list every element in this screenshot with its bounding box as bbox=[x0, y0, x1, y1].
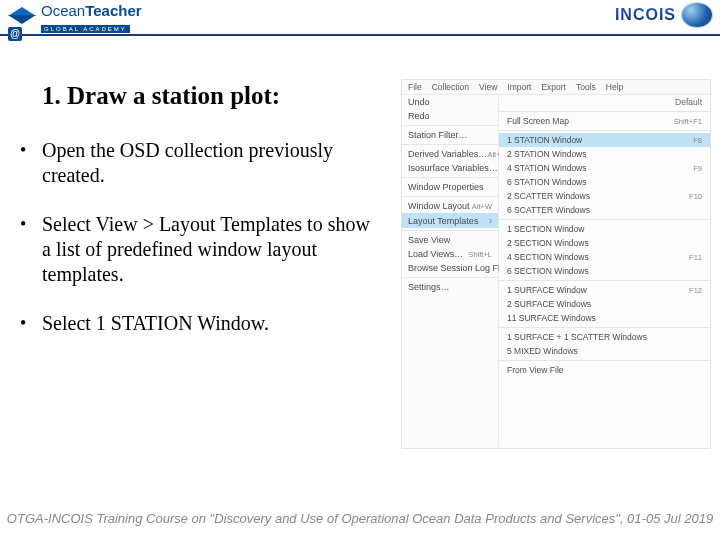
menu-item[interactable]: Window Properties bbox=[402, 180, 498, 194]
menu-item[interactable]: 1 SECTION Window bbox=[499, 222, 710, 236]
bullet-icon: • bbox=[20, 138, 26, 188]
menu-item[interactable]: 2 SURFACE Windows bbox=[499, 297, 710, 311]
menu-item[interactable]: 1 SURFACE + 1 SCATTER Windows bbox=[499, 330, 710, 344]
menu-item[interactable]: Undo bbox=[402, 95, 498, 109]
menu-separator bbox=[402, 144, 498, 145]
logo-text-teacher: Teacher bbox=[85, 2, 141, 19]
menu-separator bbox=[402, 196, 498, 197]
menu-item[interactable]: Full Screen MapShift+F1 bbox=[499, 114, 710, 128]
bullet-text-3: Select 1 STATION Window. bbox=[42, 311, 382, 336]
menu-separator bbox=[402, 230, 498, 231]
menu-item[interactable]: Isosurface Variables… bbox=[402, 161, 498, 175]
menu-item[interactable]: Station Filter… bbox=[402, 128, 498, 142]
footer-text: OTGA-INCOIS Training Course on "Discover… bbox=[0, 511, 720, 526]
app-window: File Collection View Import Export Tools… bbox=[402, 80, 710, 448]
bullet-list: • Open the OSD collection previously cre… bbox=[20, 138, 382, 360]
menu-item-default[interactable]: Default bbox=[499, 95, 710, 109]
menu-file[interactable]: File bbox=[408, 82, 422, 92]
menu-item[interactable]: 4 SECTION WindowsF11 bbox=[499, 250, 710, 264]
menu-item[interactable]: 5 MIXED Windows bbox=[499, 344, 710, 358]
menu-separator bbox=[499, 111, 710, 112]
menu-separator bbox=[402, 125, 498, 126]
menu-item[interactable]: Derived Variables…Alt+D bbox=[402, 147, 498, 161]
menu-separator bbox=[499, 130, 710, 131]
bullet-text-1: Open the OSD collection previously creat… bbox=[42, 138, 382, 188]
logo-text-ocean: Ocean bbox=[41, 2, 85, 19]
list-item: • Select 1 STATION Window. bbox=[20, 311, 382, 336]
incois-logo: INCOIS bbox=[615, 3, 712, 27]
menu-item[interactable]: 1 SURFACE WindowF12 bbox=[499, 283, 710, 297]
menu-export[interactable]: Export bbox=[541, 82, 566, 92]
view-dropdown: UndoRedoStation Filter…Derived Variables… bbox=[402, 95, 499, 447]
logo-subtext: GLOBAL ACADEMY bbox=[41, 25, 130, 33]
menu-item[interactable]: Window LayoutAlt+W bbox=[402, 199, 498, 213]
menu-item[interactable]: 6 STATION Windows bbox=[499, 175, 710, 189]
menu-separator bbox=[402, 277, 498, 278]
menu-item[interactable]: Layout Templates bbox=[402, 213, 498, 228]
bullet-icon: • bbox=[20, 212, 26, 287]
layout-templates-submenu: DefaultFull Screen MapShift+F11 STATION … bbox=[499, 95, 710, 447]
menu-view[interactable]: View bbox=[479, 82, 497, 92]
menu-item[interactable]: 11 SURFACE Windows bbox=[499, 311, 710, 325]
menu-help[interactable]: Help bbox=[606, 82, 623, 92]
menu-separator bbox=[499, 360, 710, 361]
incois-wordmark: INCOIS bbox=[615, 6, 676, 24]
list-item: • Open the OSD collection previously cre… bbox=[20, 138, 382, 188]
menu-item[interactable]: 2 STATION Windows bbox=[499, 147, 710, 161]
menu-item[interactable]: 1 STATION WindowF8 bbox=[499, 133, 710, 147]
menu-separator bbox=[499, 280, 710, 281]
menu-separator bbox=[402, 177, 498, 178]
menu-collection[interactable]: Collection bbox=[432, 82, 469, 92]
menu-item[interactable]: From View File bbox=[499, 363, 710, 377]
at-icon: @ bbox=[8, 27, 22, 41]
page-title: 1. Draw a station plot: bbox=[42, 82, 280, 110]
menu-tools[interactable]: Tools bbox=[576, 82, 596, 92]
list-item: • Select View > Layout Templates to show… bbox=[20, 212, 382, 287]
menu-separator bbox=[499, 327, 710, 328]
topbar: @ OceanTeacher GLOBAL ACADEMY INCOIS bbox=[0, 0, 720, 36]
slide: @ OceanTeacher GLOBAL ACADEMY INCOIS 1. … bbox=[0, 0, 720, 540]
menubar: File Collection View Import Export Tools… bbox=[402, 80, 710, 95]
menu-item[interactable]: Save View bbox=[402, 233, 498, 247]
menu-item[interactable]: 4 STATION WindowsF9 bbox=[499, 161, 710, 175]
menu-item[interactable]: 6 SECTION Windows bbox=[499, 264, 710, 278]
globe-icon bbox=[682, 3, 712, 27]
menu-item[interactable]: 2 SCATTER WindowsF10 bbox=[499, 189, 710, 203]
menu-item[interactable]: Settings… bbox=[402, 280, 498, 294]
menu-import[interactable]: Import bbox=[507, 82, 531, 92]
menu-item[interactable]: Browse Session Log File bbox=[402, 261, 498, 275]
bullet-text-2: Select View > Layout Templates to show a… bbox=[42, 212, 382, 287]
oceanteacher-logo: @ OceanTeacher GLOBAL ACADEMY bbox=[8, 3, 142, 34]
menu-separator bbox=[499, 219, 710, 220]
menu-item[interactable]: 2 SECTION Windows bbox=[499, 236, 710, 250]
oceanteacher-wordmark: OceanTeacher GLOBAL ACADEMY bbox=[41, 3, 142, 34]
graduation-cap-icon: @ bbox=[8, 5, 36, 33]
menu-item[interactable]: Redo bbox=[402, 109, 498, 123]
bullet-icon: • bbox=[20, 311, 26, 336]
menu-item[interactable]: Load Views…Shift+L bbox=[402, 247, 498, 261]
menu-item[interactable]: 6 SCATTER Windows bbox=[499, 203, 710, 217]
